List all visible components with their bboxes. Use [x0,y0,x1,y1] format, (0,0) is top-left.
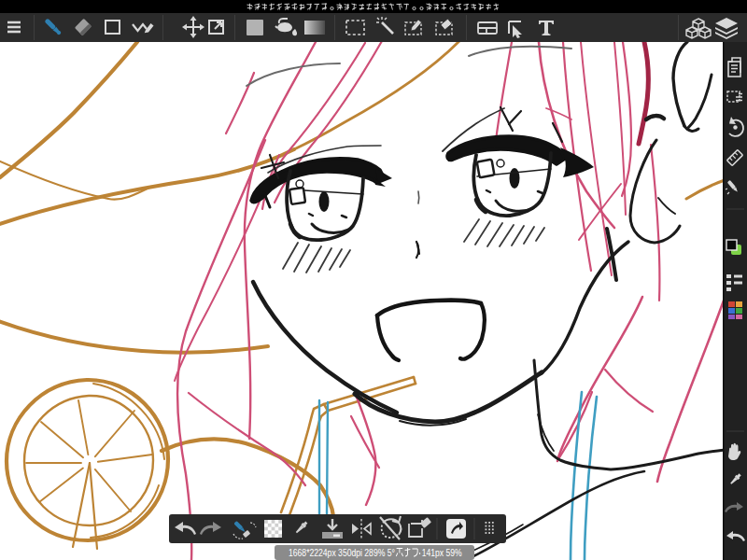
svg-text:141px 59%: 141px 59% [422,547,462,558]
svg-text:1668*2224px 350dpi 289% 5°: 1668*2224px 350dpi 289% 5° [289,547,395,558]
